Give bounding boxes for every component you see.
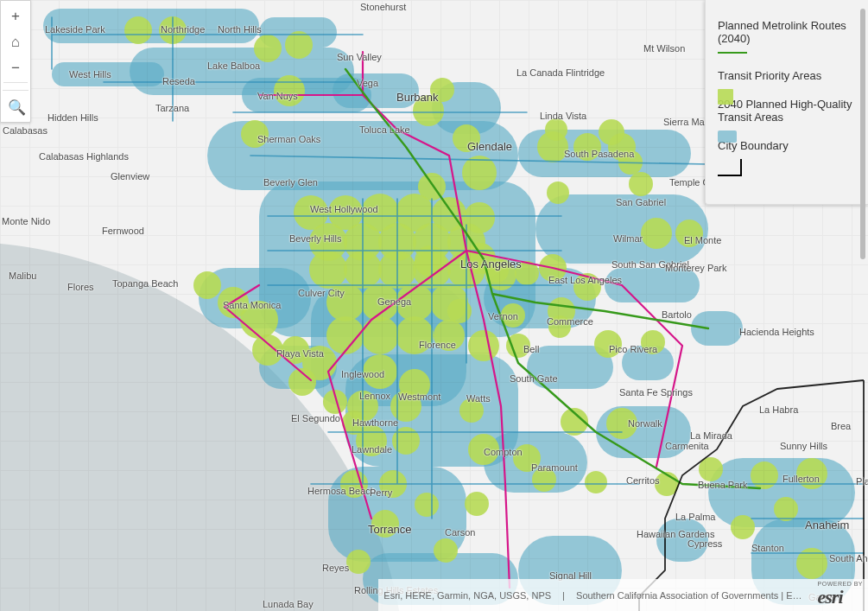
place-label: Pla xyxy=(856,476,868,487)
place-label: Calabasas Highlands xyxy=(39,151,129,162)
tpa-dot xyxy=(459,398,484,423)
tpa-dot xyxy=(447,299,472,323)
place-label: Glenview xyxy=(111,171,149,181)
place-label: Brea xyxy=(831,421,851,431)
tpa-dot xyxy=(415,493,439,517)
place-label: Stonehurst xyxy=(360,2,406,12)
tpa-dot xyxy=(465,492,489,516)
tpa-dot xyxy=(594,330,622,358)
tpa-dot xyxy=(218,287,249,318)
search-button[interactable]: 🔍 xyxy=(3,94,29,120)
tpa-dot xyxy=(288,368,316,396)
tpa-dot xyxy=(796,458,827,489)
tpa-dot xyxy=(434,320,465,351)
place-label: Calabasas xyxy=(3,125,48,136)
home-button[interactable]: ⌂ xyxy=(3,29,29,54)
place-label: Linda Vista xyxy=(540,111,586,121)
tpa-dot xyxy=(731,515,755,539)
tpa-dot xyxy=(641,330,665,354)
place-label: Bartolo xyxy=(662,309,692,320)
tpa-dot xyxy=(462,156,497,190)
tpa-dot xyxy=(751,461,778,489)
place-label: La Habra xyxy=(759,404,798,415)
place-label: El Segundo xyxy=(291,413,340,423)
zoom-in-button[interactable]: + xyxy=(3,3,29,29)
legend-item-tpa[interactable]: Transit Priority Areas xyxy=(718,69,856,82)
tpa-dot xyxy=(241,120,269,148)
tpa-dot xyxy=(629,172,653,196)
tpa-dot xyxy=(547,181,569,204)
tpa-dot xyxy=(371,510,399,538)
attribution-layers: Southern California Association of Gover… xyxy=(576,590,802,601)
tpa-dot xyxy=(599,119,624,145)
legend-label: 2040 Planned High-Quality Transit Areas xyxy=(718,98,852,124)
tpa-dot xyxy=(282,336,309,364)
place-label: Mt Wilson xyxy=(643,43,685,54)
tpa-dot xyxy=(655,472,679,496)
tpa-dot xyxy=(618,150,643,175)
tpa-dot xyxy=(252,334,283,366)
tpa-dot xyxy=(774,497,798,521)
place-label: Malibu xyxy=(9,270,36,281)
tpa-dot xyxy=(285,31,313,59)
tpa-dot xyxy=(699,457,723,481)
hqta-blob xyxy=(52,62,164,86)
place-label: La Canada Flintridge xyxy=(516,67,605,78)
legend-label: Transit Priority Areas xyxy=(718,69,821,82)
place-label: Flores xyxy=(67,282,94,292)
esri-logo-wrap[interactable]: POWERED BY esri xyxy=(818,581,863,609)
legend-swatch-line xyxy=(718,52,747,54)
tpa-dot xyxy=(468,330,499,361)
esri-logo: esri xyxy=(818,586,843,608)
legend-scrollbar[interactable] xyxy=(860,9,865,259)
tpa-dot xyxy=(796,548,827,579)
place-label: Sunny Hills xyxy=(780,441,827,451)
tpa-dot xyxy=(361,316,399,354)
place-label: Lunada Bay xyxy=(263,599,314,609)
hqta-blob xyxy=(691,311,743,346)
tpa-dot xyxy=(396,316,434,354)
zoom-widget: + ⌂ − 🔍 xyxy=(0,0,31,123)
tpa-dot xyxy=(453,124,480,152)
tpa-dot xyxy=(415,245,446,277)
legend-item-hqta[interactable]: 2040 Planned High-Quality Transit Areas xyxy=(718,98,856,124)
tpa-dot xyxy=(573,273,601,301)
attribution-bar: Esri, HERE, Garmin, NGA, USGS, NPS | Sou… xyxy=(378,579,868,611)
hqta-blob xyxy=(656,519,708,562)
tpa-dot xyxy=(346,550,371,574)
place-label: La Mirada xyxy=(690,430,732,441)
tpa-dot xyxy=(342,411,366,435)
tpa-dot xyxy=(434,538,458,563)
place-label: Reyes xyxy=(322,563,349,573)
hqta-blob xyxy=(605,268,700,302)
tpa-dot xyxy=(675,220,703,247)
tpa-dot xyxy=(159,16,187,44)
tpa-dot xyxy=(501,303,525,328)
tpa-dot xyxy=(506,334,530,358)
legend-item-metrolink[interactable]: Planned Metrolink Routes (2040) xyxy=(718,19,856,54)
legend-item-boundary[interactable]: City Boundary xyxy=(718,139,856,176)
place-label: Topanga Beach xyxy=(112,278,178,289)
tpa-dot xyxy=(430,78,454,102)
tpa-dot xyxy=(323,390,347,414)
tpa-dot xyxy=(485,258,509,283)
place-label: Tarzana xyxy=(155,103,189,113)
tpa-dot xyxy=(545,118,567,141)
tpa-dot xyxy=(532,468,556,492)
legend-label: Planned Metrolink Routes (2040) xyxy=(718,19,846,45)
tpa-dot xyxy=(363,354,397,389)
tpa-dot xyxy=(548,315,571,338)
tpa-dot xyxy=(193,271,221,299)
legend-panel[interactable]: Planned Metrolink Routes (2040) Transit … xyxy=(705,0,868,205)
tpa-dot xyxy=(641,218,672,249)
legend-swatch-hqta xyxy=(718,130,737,143)
tpa-dot xyxy=(392,427,420,455)
tpa-dot xyxy=(513,444,541,472)
tpa-dot xyxy=(515,261,539,285)
tpa-dot xyxy=(254,35,282,62)
tpa-dot xyxy=(468,434,499,465)
zoom-out-button[interactable]: − xyxy=(3,54,29,80)
legend-swatch-tpa xyxy=(718,89,733,105)
legend-swatch-boundary xyxy=(718,159,742,176)
place-label: Fernwood xyxy=(102,226,144,236)
